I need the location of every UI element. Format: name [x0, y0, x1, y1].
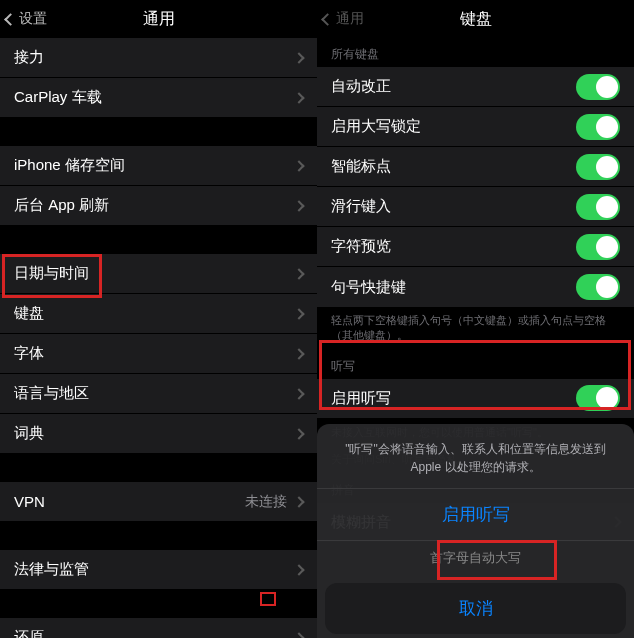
chevron-right-icon — [293, 200, 304, 211]
chevron-left-icon — [4, 13, 17, 26]
row-reset[interactable]: 还原 — [0, 618, 317, 638]
chevron-right-icon — [293, 496, 304, 507]
chevron-left-icon — [321, 13, 334, 26]
row-lang-region[interactable]: 语言与地区 — [0, 374, 317, 414]
keyboard-settings-pane: 通用 键盘 所有键盘 自动改正 启用大写锁定 智能标点 滑行键入 字符预览 句号… — [317, 0, 634, 638]
row-slide-type: 滑行键入 — [317, 187, 634, 227]
row-bg-refresh[interactable]: 后台 App 刷新 — [0, 186, 317, 226]
row-period-shortcut: 句号快捷键 — [317, 267, 634, 307]
toggle-capslock[interactable] — [576, 114, 620, 140]
section-header-all-keyboards: 所有键盘 — [317, 38, 634, 67]
nav-back-button[interactable]: 通用 — [323, 10, 364, 28]
sheet-enable-dictation-button[interactable]: 启用听写 — [317, 488, 634, 540]
row-keyboard[interactable]: 键盘 — [0, 294, 317, 334]
section-header-dictation: 听写 — [317, 350, 634, 379]
period-footer: 轻点两下空格键插入句号（中文键盘）或插入句点与空格（其他键盘）。 — [317, 307, 634, 350]
chevron-right-icon — [293, 160, 304, 171]
nav-back-label: 通用 — [336, 10, 364, 28]
chevron-right-icon — [293, 92, 304, 103]
nav-bar: 通用 键盘 — [317, 0, 634, 38]
row-capslock: 启用大写锁定 — [317, 107, 634, 147]
row-vpn[interactable]: VPN 未连接 — [0, 482, 317, 522]
row-carplay[interactable]: CarPlay 车载 — [0, 78, 317, 118]
row-smartpunct: 智能标点 — [317, 147, 634, 187]
settings-general-pane: 设置 通用 接力 CarPlay 车载 iPhone 储存空间 后台 App 刷… — [0, 0, 317, 638]
vpn-status: 未连接 — [245, 493, 287, 511]
toggle-charpreview[interactable] — [576, 234, 620, 260]
row-datetime[interactable]: 日期与时间 — [0, 254, 317, 294]
chevron-right-icon — [293, 268, 304, 279]
row-legal[interactable]: 法律与监管 — [0, 550, 317, 590]
nav-back-label: 设置 — [19, 10, 47, 28]
toggle-period[interactable] — [576, 274, 620, 300]
chevron-right-icon — [293, 52, 304, 63]
chevron-right-icon — [293, 428, 304, 439]
chevron-right-icon — [293, 632, 304, 638]
chevron-right-icon — [293, 564, 304, 575]
row-storage[interactable]: iPhone 储存空间 — [0, 146, 317, 186]
nav-title: 键盘 — [460, 9, 492, 30]
row-fonts[interactable]: 字体 — [0, 334, 317, 374]
chevron-right-icon — [293, 388, 304, 399]
nav-back-button[interactable]: 设置 — [6, 10, 47, 28]
sheet-cancel-button[interactable]: 取消 — [325, 583, 626, 634]
chevron-right-icon — [293, 348, 304, 359]
sheet-message: "听写"会将语音输入、联系人和位置等信息发送到 Apple 以处理您的请求。 — [317, 436, 634, 488]
row-handoff[interactable]: 接力 — [0, 38, 317, 78]
toggle-autocorrect[interactable] — [576, 74, 620, 100]
row-char-preview: 字符预览 — [317, 227, 634, 267]
sheet-partial-row: 首字母自动大写 — [317, 540, 634, 575]
row-dictation: 启用听写 — [317, 379, 634, 419]
toggle-slide[interactable] — [576, 194, 620, 220]
highlight-small — [260, 592, 276, 606]
chevron-right-icon — [293, 308, 304, 319]
row-autocorrect: 自动改正 — [317, 67, 634, 107]
toggle-smartpunct[interactable] — [576, 154, 620, 180]
row-dictionary[interactable]: 词典 — [0, 414, 317, 454]
nav-title: 通用 — [143, 9, 175, 30]
dictation-action-sheet: "听写"会将语音输入、联系人和位置等信息发送到 Apple 以处理您的请求。 启… — [317, 424, 634, 638]
nav-bar: 设置 通用 — [0, 0, 317, 38]
toggle-dictation[interactable] — [576, 385, 620, 411]
